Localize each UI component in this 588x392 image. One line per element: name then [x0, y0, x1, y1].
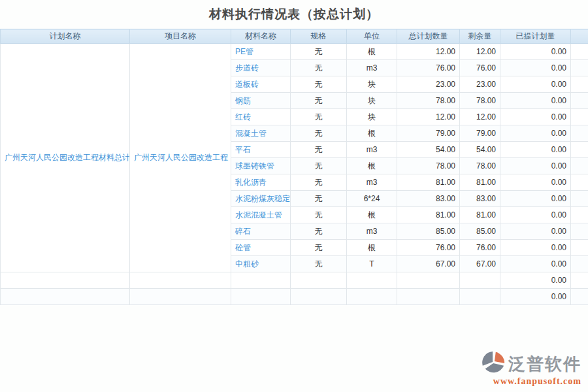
- filler-cell: [571, 272, 588, 289]
- project-name-cell: [130, 289, 231, 305]
- total-qty-cell: [397, 272, 460, 289]
- remaining-qty-cell: 23.00: [460, 76, 500, 93]
- filler-cell: [571, 240, 588, 256]
- spec-cell: [291, 272, 347, 289]
- material-name-cell: 乳化沥青: [231, 174, 291, 191]
- material-name-cell-link[interactable]: 水泥粉煤灰稳定: [235, 194, 290, 203]
- material-name-cell: [231, 289, 291, 305]
- material-name-cell-link[interactable]: 步道砖: [235, 63, 259, 73]
- drawn-qty-cell: 0.00: [500, 191, 571, 207]
- remaining-qty-cell: [460, 272, 500, 289]
- remaining-qty-cell: 79.00: [460, 125, 500, 142]
- drawn-qty-cell: 0.00: [500, 76, 571, 93]
- drawn-qty-cell: 0.00: [500, 60, 571, 76]
- title-bar: 材料执行情况表（按总计划）: [0, 0, 588, 29]
- drawn-qty-cell: 0.00: [500, 223, 571, 240]
- spec-cell: 无: [291, 76, 347, 93]
- material-name-cell: 砼管: [231, 240, 291, 256]
- spec-cell: 无: [291, 223, 347, 240]
- material-name-cell-link[interactable]: 乳化沥青: [235, 178, 267, 187]
- remaining-qty-cell: 78.00: [460, 93, 500, 109]
- material-name-cell: 中粗砂: [231, 256, 291, 272]
- drawn-qty-cell: 0.00: [500, 240, 571, 256]
- spec-cell: 无: [291, 125, 347, 142]
- material-name-cell-link[interactable]: 红砖: [235, 112, 251, 122]
- remaining-qty-cell: 83.00: [460, 191, 500, 207]
- material-name-cell-link[interactable]: 水泥混凝土管: [235, 210, 282, 220]
- filler-cell: [571, 93, 588, 109]
- material-name-cell-link[interactable]: 砼管: [235, 243, 251, 252]
- unit-cell: 根: [347, 240, 397, 256]
- material-name-cell-link[interactable]: 钢筋: [235, 96, 251, 105]
- material-name-cell-link[interactable]: 中粗砂: [235, 259, 259, 269]
- remaining-qty-cell: 85.00: [460, 223, 500, 240]
- plan-name-cell-link[interactable]: 广州天河人民公园改造工程材料总计划: [5, 153, 130, 162]
- unit-cell: m3: [347, 60, 397, 76]
- material-name-cell: 混凝土管: [231, 125, 291, 142]
- unit-cell: m3: [347, 174, 397, 191]
- filler-cell: [571, 256, 588, 272]
- filler-cell: [571, 223, 588, 240]
- material-name-cell-link[interactable]: 混凝土管: [235, 129, 267, 138]
- filler-cell: [571, 207, 588, 223]
- drawn-qty-cell: 0.00: [500, 93, 571, 109]
- material-name-cell-link[interactable]: 平石: [235, 145, 251, 154]
- spec-cell: 无: [291, 158, 347, 174]
- project-name-cell-link[interactable]: 广州天河人民公园改造工程: [134, 153, 228, 162]
- material-name-cell: 红砖: [231, 109, 291, 125]
- filler-cell: [571, 174, 588, 191]
- spec-cell: 无: [291, 44, 347, 60]
- report-page: 材料执行情况表（按总计划） 计划名称项目名称材料名称规格单位总计划数量剩余量已提…: [0, 0, 588, 392]
- spec-cell: 无: [291, 191, 347, 207]
- total-qty-cell: 85.00: [397, 223, 460, 240]
- spec-cell: 无: [291, 207, 347, 223]
- vendor-url-link[interactable]: www.fanpusoft.com: [493, 376, 581, 387]
- material-name-cell-link[interactable]: PE管: [235, 47, 253, 56]
- column-header-8: [571, 29, 588, 44]
- total-qty-cell: 79.00: [397, 125, 460, 142]
- material-name-cell: 步道砖: [231, 60, 291, 76]
- total-qty-cell: 12.00: [397, 109, 460, 125]
- total-qty-cell: 81.00: [397, 174, 460, 191]
- column-header-2: 材料名称: [231, 29, 291, 44]
- materials-table: 计划名称项目名称材料名称规格单位总计划数量剩余量已提计划量 广州天河人民公园改造…: [0, 29, 588, 305]
- remaining-qty-cell: 54.00: [460, 142, 500, 158]
- column-header-6: 剩余量: [460, 29, 500, 44]
- project-name-cell: 广州天河人民公园改造工程: [130, 44, 231, 272]
- remaining-qty-cell: 81.00: [460, 174, 500, 191]
- material-name-cell-link[interactable]: 球墨铸铁管: [235, 161, 274, 171]
- drawn-qty-cell: 0.00: [500, 272, 571, 289]
- page-title: 材料执行情况表（按总计划）: [209, 6, 379, 23]
- unit-cell: m3: [347, 223, 397, 240]
- remaining-qty-cell: 12.00: [460, 44, 500, 60]
- total-qty-cell: 78.00: [397, 93, 460, 109]
- material-name-cell-link[interactable]: 碎石: [235, 227, 251, 236]
- total-qty-cell: 81.00: [397, 207, 460, 223]
- column-header-4: 单位: [347, 29, 397, 44]
- total-qty-cell: 23.00: [397, 76, 460, 93]
- drawn-qty-cell: 0.00: [500, 142, 571, 158]
- total-qty-cell: 78.00: [397, 158, 460, 174]
- column-header-7: 已提计划量: [500, 29, 571, 44]
- column-header-0: 计划名称: [1, 29, 130, 44]
- material-name-cell: 钢筋: [231, 93, 291, 109]
- remaining-qty-cell: [460, 289, 500, 305]
- spec-cell: 无: [291, 93, 347, 109]
- filler-cell: [571, 60, 588, 76]
- filler-cell: [571, 109, 588, 125]
- drawn-qty-cell: 0.00: [500, 125, 571, 142]
- unit-cell: 6*24: [347, 191, 397, 207]
- material-name-cell-link[interactable]: 道板砖: [235, 80, 259, 89]
- total-qty-cell: 67.00: [397, 256, 460, 272]
- spec-cell: 无: [291, 256, 347, 272]
- filler-cell: [571, 44, 588, 60]
- total-qty-cell: 12.00: [397, 44, 460, 60]
- unit-cell: [347, 272, 397, 289]
- material-name-cell: [231, 272, 291, 289]
- remaining-qty-cell: 76.00: [460, 60, 500, 76]
- drawn-qty-cell: 0.00: [500, 158, 571, 174]
- unit-cell: 根: [347, 207, 397, 223]
- spec-cell: 无: [291, 142, 347, 158]
- filler-cell: [571, 158, 588, 174]
- drawn-qty-cell: 0.00: [500, 256, 571, 272]
